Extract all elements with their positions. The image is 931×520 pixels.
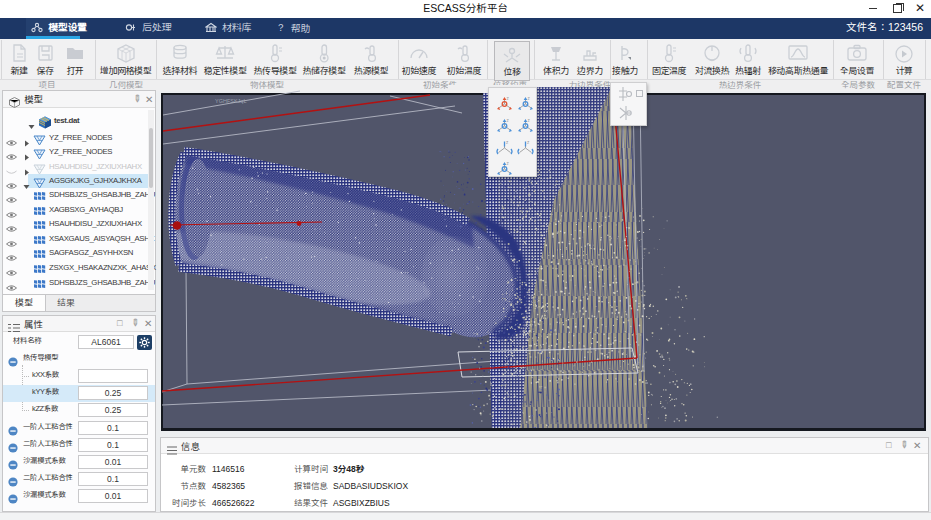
svg-text:z: z xyxy=(528,96,531,101)
svg-text:z: z xyxy=(527,140,530,145)
svg-text:z: z xyxy=(506,140,509,145)
svg-text:z: z xyxy=(507,118,510,123)
svg-text:z: z xyxy=(528,118,531,123)
svg-text:z: z xyxy=(507,161,510,166)
svg-text:z: z xyxy=(507,96,510,101)
